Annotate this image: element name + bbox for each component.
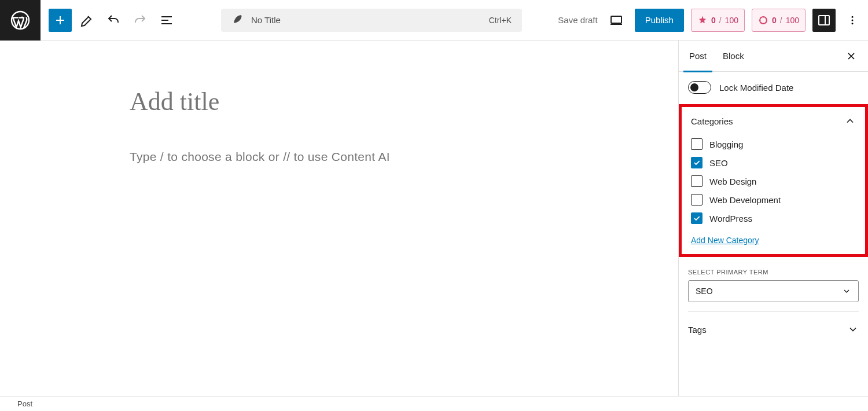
settings-panel-toggle[interactable] — [812, 9, 836, 32]
title-input[interactable]: Add title — [130, 87, 678, 116]
tab-post[interactable]: Post — [681, 41, 715, 72]
lock-modified-label: Lock Modified Date — [719, 83, 793, 93]
chevron-down-icon — [847, 324, 859, 335]
close-sidebar-button[interactable] — [843, 47, 860, 65]
svg-rect-3 — [819, 16, 829, 25]
category-label: Web Development — [709, 195, 781, 205]
svg-point-6 — [852, 23, 854, 24]
tab-block[interactable]: Block — [715, 41, 752, 72]
category-checkbox[interactable] — [691, 194, 703, 206]
chevron-up-icon — [844, 115, 856, 127]
lock-modified-toggle[interactable] — [688, 81, 711, 94]
category-item: Web Design — [691, 172, 856, 190]
add-new-category-link[interactable]: Add New Category — [682, 233, 865, 254]
primary-term-select[interactable]: SEO — [688, 280, 859, 302]
svg-point-4 — [852, 16, 854, 17]
options-menu-button[interactable] — [843, 9, 862, 32]
view-button[interactable] — [605, 9, 628, 32]
category-checkbox[interactable] — [691, 138, 703, 150]
settings-sidebar: Post Block Lock Modified Date Categories… — [678, 41, 868, 396]
category-item: Web Development — [691, 190, 856, 209]
category-checkbox[interactable] — [691, 157, 703, 168]
category-checkbox[interactable] — [691, 175, 703, 187]
categories-panel-highlight: Categories BloggingSEOWeb DesignWeb Deve… — [679, 104, 868, 257]
breadcrumb[interactable]: Post — [17, 399, 32, 408]
redo-button[interactable] — [128, 9, 152, 32]
feather-icon — [231, 13, 243, 27]
svg-rect-1 — [611, 16, 621, 23]
command-title: No Title — [251, 15, 489, 25]
document-overview-button[interactable] — [155, 9, 178, 32]
tags-panel-header[interactable]: Tags — [679, 312, 868, 343]
category-label: WordPress — [709, 214, 752, 223]
category-label: Blogging — [709, 140, 743, 149]
undo-button[interactable] — [102, 9, 125, 32]
command-shortcut: Ctrl+K — [489, 16, 512, 25]
category-checkbox[interactable] — [691, 212, 703, 224]
publish-button[interactable]: Publish — [635, 9, 684, 32]
primary-term-label: SELECT PRIMARY TERM — [679, 258, 868, 280]
edit-mode-button[interactable] — [75, 9, 98, 32]
category-label: Web Design — [709, 177, 756, 186]
wordpress-logo[interactable] — [0, 0, 41, 41]
editor-canvas[interactable]: Add title Type / to choose a block or //… — [0, 41, 678, 396]
content-score-badge[interactable]: 0 / 100 — [752, 9, 806, 32]
save-draft-button[interactable]: Save draft — [558, 15, 597, 25]
add-block-button[interactable] — [49, 9, 72, 32]
categories-panel-header[interactable]: Categories — [682, 107, 865, 135]
command-bar[interactable]: No Title Ctrl+K — [221, 9, 522, 32]
chevron-down-icon — [842, 287, 851, 296]
content-input[interactable]: Type / to choose a block or // to use Co… — [130, 150, 678, 164]
category-label: SEO — [709, 158, 728, 168]
seo-score-badge[interactable]: 0 / 100 — [691, 9, 745, 32]
category-item: SEO — [691, 153, 856, 172]
category-item: Blogging — [691, 135, 856, 153]
category-item: WordPress — [691, 209, 856, 227]
svg-point-5 — [852, 19, 854, 21]
